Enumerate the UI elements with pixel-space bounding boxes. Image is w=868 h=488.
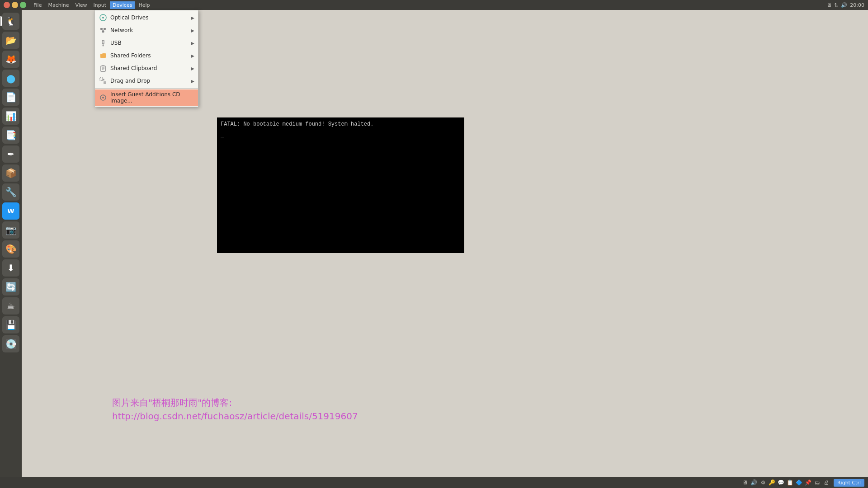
menubar: File Machine View Input Devices Help 🖥 ⇅… bbox=[0, 0, 868, 10]
texteditor-icon: 📄 bbox=[5, 92, 17, 103]
ubuntu-icon: 🐧 bbox=[5, 16, 17, 27]
disk1-icon: 💾 bbox=[5, 319, 17, 330]
insert-guest-label: Insert Guest Additions CD image... bbox=[110, 91, 194, 104]
sidebar-app-vpn[interactable]: 🔄 bbox=[2, 278, 19, 296]
attribution-line1: 图片来自"梧桐那时雨"的博客: bbox=[112, 396, 358, 409]
sidebar-app-tools[interactable]: 🔧 bbox=[2, 183, 19, 201]
sidebar-app-drawing[interactable]: 🎨 bbox=[2, 240, 19, 258]
shared-clipboard-label: Shared Clipboard bbox=[110, 65, 191, 71]
vpn-icon: 🔄 bbox=[5, 282, 17, 292]
typora-icon: ✒ bbox=[7, 149, 15, 160]
sidebar-app-disk2[interactable]: 💽 bbox=[2, 335, 19, 352]
drag-and-drop-arrow: ▶ bbox=[191, 79, 194, 84]
taskbar-icon-9[interactable]: 🗂 bbox=[814, 479, 821, 486]
insert-guest-icon bbox=[99, 93, 108, 102]
taskbar-icon-4[interactable]: 🔑 bbox=[769, 479, 776, 486]
svg-point-1 bbox=[102, 17, 104, 19]
sidebar-app-amazon[interactable]: 📦 bbox=[2, 164, 19, 182]
taskbar-icon-1[interactable]: 🖥 bbox=[741, 479, 749, 486]
shared-clipboard-icon bbox=[99, 64, 108, 73]
presentation-icon: 📑 bbox=[5, 130, 17, 141]
taskbar-icon-2[interactable]: 🔊 bbox=[750, 479, 758, 486]
close-button[interactable] bbox=[4, 2, 10, 8]
network-status-icon: ⇅ bbox=[834, 2, 838, 8]
sidebar-app-texteditor[interactable]: 📄 bbox=[2, 89, 19, 106]
maximize-button[interactable] bbox=[20, 2, 26, 8]
menu-devices[interactable]: Devices bbox=[110, 1, 135, 9]
taskbar-icon-7[interactable]: 🔷 bbox=[796, 479, 803, 486]
usb-label: USB bbox=[110, 40, 191, 46]
menu-item-shared-clipboard[interactable]: Shared Clipboard ▶ bbox=[95, 62, 198, 75]
menu-view[interactable]: View bbox=[72, 1, 90, 9]
drawing-icon: 🎨 bbox=[5, 244, 17, 254]
menubar-left: File Machine View Input Devices Help bbox=[4, 1, 153, 9]
sidebar-app-wavebox[interactable]: W bbox=[2, 202, 19, 220]
menu-item-network[interactable]: Network ▶ bbox=[95, 24, 198, 37]
taskbar-icon-6[interactable]: 📋 bbox=[787, 479, 794, 486]
attribution-line2[interactable]: http://blog.csdn.net/fuchaosz/article/de… bbox=[112, 409, 358, 423]
shared-folders-label: Shared Folders bbox=[110, 52, 191, 59]
minimize-button[interactable] bbox=[12, 2, 18, 8]
taskbar: 🖥 🔊 ⚙ 🔑 💬 📋 🔷 📌 🗂 🖨 Right Ctrl bbox=[0, 477, 868, 488]
tools-icon: 🔧 bbox=[5, 187, 17, 197]
svg-rect-16 bbox=[104, 81, 106, 84]
sidebar-app-presentation[interactable]: 📑 bbox=[2, 127, 19, 144]
svg-point-9 bbox=[103, 45, 104, 47]
taskbar-icon-10[interactable]: 🖨 bbox=[823, 479, 830, 486]
sidebar-app-files[interactable]: 📂 bbox=[2, 32, 19, 49]
svg-point-19 bbox=[102, 97, 104, 99]
menu-item-drag-and-drop[interactable]: Drag and Drop ▶ bbox=[95, 75, 198, 87]
shared-clipboard-arrow: ▶ bbox=[191, 66, 194, 71]
menu-item-insert-guest[interactable]: Insert Guest Additions CD image... bbox=[95, 89, 198, 106]
sidebar: 🐧 📂 🦊 ⬤ 📄 📊 📑 ✒ 📦 🔧 W 📷 🎨 ⬇ 🔄 ☕ bbox=[0, 10, 22, 477]
taskbar-icon-3[interactable]: ⚙ bbox=[760, 479, 767, 486]
downloader-icon: ⬇ bbox=[7, 263, 15, 273]
volume-icon: 🔊 bbox=[841, 2, 847, 8]
drag-and-drop-icon bbox=[99, 76, 108, 85]
sidebar-app-spreadsheet[interactable]: 📊 bbox=[2, 108, 19, 125]
spreadsheet-icon: 📊 bbox=[5, 111, 17, 122]
sidebar-app-firefox[interactable]: 🦊 bbox=[2, 51, 19, 68]
menu-input[interactable]: Input bbox=[91, 1, 109, 9]
menu-help[interactable]: Help bbox=[136, 1, 152, 9]
screen-icon: 🖥 bbox=[826, 2, 831, 8]
taskbar-icon-5[interactable]: 💬 bbox=[778, 479, 785, 486]
attribution: 图片来自"梧桐那时雨"的博客: http://blog.csdn.net/fuc… bbox=[112, 396, 358, 423]
sidebar-app-camera[interactable]: 📷 bbox=[2, 221, 19, 239]
svg-rect-4 bbox=[102, 31, 104, 33]
sidebar-app-disk1[interactable]: 💾 bbox=[2, 316, 19, 333]
sidebar-app-typora[interactable]: ✒ bbox=[2, 145, 19, 163]
menu-item-optical-drives[interactable]: Optical Drives ▶ bbox=[95, 11, 198, 24]
sidebar-app-ubuntu[interactable]: 🐧 bbox=[2, 13, 19, 30]
window-controls bbox=[4, 2, 26, 8]
network-arrow: ▶ bbox=[191, 28, 194, 33]
disk2-icon: 💽 bbox=[5, 338, 17, 349]
menubar-right: 🖥 ⇅ 🔊 20:00 bbox=[826, 2, 864, 8]
optical-drives-label: Optical Drives bbox=[110, 14, 191, 21]
svg-rect-11 bbox=[102, 65, 104, 66]
svg-rect-15 bbox=[100, 78, 103, 80]
optical-drives-arrow: ▶ bbox=[191, 15, 194, 20]
sidebar-app-downloader[interactable]: ⬇ bbox=[2, 259, 19, 277]
menu-machine[interactable]: Machine bbox=[45, 1, 71, 9]
shared-folders-icon bbox=[99, 51, 108, 60]
sidebar-app-chrome[interactable]: ⬤ bbox=[2, 70, 19, 87]
vm-cursor: _ bbox=[221, 131, 224, 137]
menu-item-shared-folders[interactable]: Shared Folders ▶ bbox=[95, 49, 198, 62]
dropdown-separator bbox=[95, 88, 198, 89]
optical-drives-icon bbox=[99, 13, 108, 22]
sidebar-app-java-ide[interactable]: ☕ bbox=[2, 297, 19, 314]
taskbar-icon-8[interactable]: 📌 bbox=[805, 479, 812, 486]
svg-rect-2 bbox=[100, 28, 103, 30]
menu-file[interactable]: File bbox=[31, 1, 44, 9]
vm-display: FATAL: No bootable medium found! System … bbox=[217, 117, 464, 253]
right-ctrl-button[interactable]: Right Ctrl bbox=[834, 479, 864, 487]
wavebox-icon: W bbox=[7, 207, 14, 215]
menu-item-usb[interactable]: USB ▶ bbox=[95, 37, 198, 49]
camera-icon: 📷 bbox=[5, 225, 17, 235]
svg-line-5 bbox=[102, 30, 104, 31]
taskbar-right: 🖥 🔊 ⚙ 🔑 💬 📋 🔷 📌 🗂 🖨 Right Ctrl bbox=[741, 479, 864, 487]
svg-line-6 bbox=[103, 30, 105, 31]
drag-and-drop-label: Drag and Drop bbox=[110, 78, 191, 84]
vm-fatal-text: FATAL: No bootable medium found! System … bbox=[217, 117, 464, 131]
